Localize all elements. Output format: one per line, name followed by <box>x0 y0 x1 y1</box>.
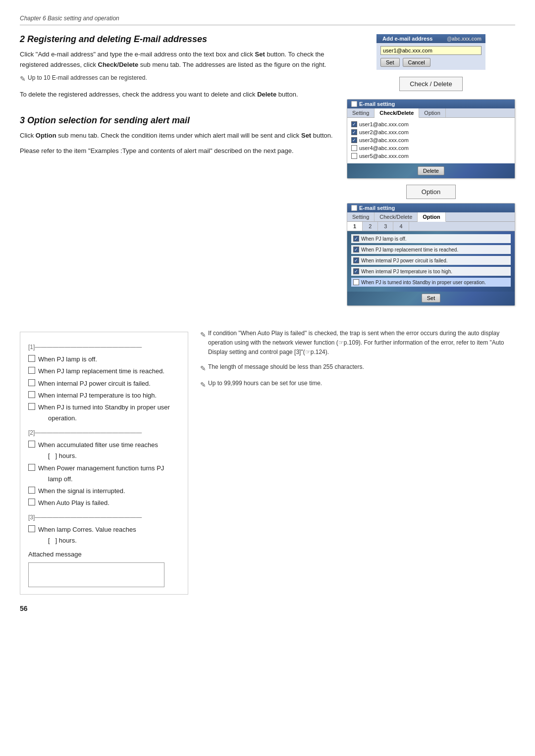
note2: ✎ The length of message should be less t… <box>200 362 515 374</box>
opt-checkbox5[interactable] <box>353 279 359 285</box>
tab-setting[interactable]: Setting <box>347 108 374 117</box>
note1: ✎ If condition "When Auto Play is failed… <box>200 329 515 357</box>
option-label: Option <box>406 185 456 199</box>
section2-para1: Click "Add e-mail address" and type the … <box>20 50 335 70</box>
list-checkbox-7 <box>28 464 35 471</box>
tab-check-delete[interactable]: Check/Delete <box>374 108 419 118</box>
section2-para2: To delete the registered addresses, chec… <box>20 90 335 100</box>
list-checkbox-4 <box>28 391 35 398</box>
ui2-tabs: Setting Check/Delete Option <box>347 212 515 222</box>
list-item-filter: When accumulated filter use time reaches… <box>28 440 180 461</box>
ui1-btn-row: Delete <box>347 163 515 178</box>
user4-checkbox[interactable] <box>351 145 357 151</box>
chapter-header: Chapter 6 Basic setting and operation <box>20 15 515 25</box>
list-item-autoplay: When Auto Play is failed. <box>28 498 180 508</box>
user2-checkbox[interactable] <box>351 129 357 135</box>
section2-title: 2 Registering and deleting E-mail addres… <box>20 34 335 45</box>
list-item-lamp-off: When PJ lamp is off. <box>28 354 180 365</box>
list-checkbox-3 <box>28 379 35 386</box>
add-email-ui: Add e-mail address @abc.xxx.com Set Canc… <box>376 34 485 70</box>
tab2-option[interactable]: Option <box>418 212 445 222</box>
num-tab-4[interactable]: 4 <box>393 222 409 231</box>
user1-row: user1@abc.xxx.com <box>351 121 511 128</box>
list-item-lamp-corres: When lamp Corres. Value reaches [ ] hour… <box>28 524 180 546</box>
check-delete-wrapper: Check / Delete <box>347 74 515 94</box>
section3-title: 3 Option selection for sending alert mai… <box>20 115 335 126</box>
email-setting-ui2: E-mail setting Setting Check/Delete Opti… <box>347 203 515 306</box>
ui2-content: When PJ lamp is off. When PJ lamp replac… <box>347 231 515 292</box>
list-item-signal: When the signal is interrupted. <box>28 486 180 497</box>
opt-checkbox1[interactable] <box>353 236 359 242</box>
delete-button[interactable]: Delete <box>418 166 444 175</box>
note3: ✎ Up to 99,999 hours can be set for use … <box>200 379 515 390</box>
num-tab-1[interactable]: 1 <box>347 222 363 231</box>
opt-row5: When PJ is turned into Standby in proper… <box>351 278 511 287</box>
ui1-title-bar: E-mail setting <box>347 100 515 108</box>
user4-row: user4@abc.xxx.com <box>351 145 511 151</box>
email-input[interactable] <box>380 46 482 55</box>
ui2-set-btn-row: Set <box>347 292 515 305</box>
list-item-lamp-replace: When PJ lamp replacement time is reached… <box>28 366 180 377</box>
page-number: 56 <box>20 605 188 612</box>
ui2-num-tabs: 1 2 3 4 <box>347 222 515 231</box>
list-item-power-mgmt: When Power management function turns PJ … <box>28 463 180 485</box>
list-checkbox-1 <box>28 355 35 362</box>
list-item-power-circuit: When internal PJ power circuit is failed… <box>28 378 180 389</box>
list-item-standby: When PJ is turned into Standby in proper… <box>28 402 180 424</box>
list-checkbox-2 <box>28 367 35 374</box>
user3-checkbox[interactable] <box>351 137 357 143</box>
section3-para2: Please refer to the item "Examples :Type… <box>20 146 335 156</box>
email-setting-ui1: E-mail setting Setting Check/Delete Opti… <box>347 99 515 179</box>
num-tab-2[interactable]: 2 <box>363 222 378 231</box>
opt-row1: When PJ lamp is off. <box>351 234 511 243</box>
list-group3-divider: [3]—————————————————— <box>28 512 180 522</box>
num-tab-3[interactable]: 3 <box>378 222 393 231</box>
check-delete-label: Check / Delete <box>399 77 462 91</box>
opt-checkbox2[interactable] <box>353 247 359 252</box>
attached-message-box[interactable] <box>28 562 164 587</box>
ui1-tabs: Setting Check/Delete Option <box>347 108 515 118</box>
list-checkbox-5 <box>28 403 35 410</box>
list-group2-divider: [2]—————————————————— <box>28 428 180 438</box>
list-section: [1]—————————————————— When PJ lamp is of… <box>20 332 188 595</box>
user5-row: user5@abc.xxx.com <box>351 152 511 159</box>
section2-note1: ✎ Up to 10 E-mail addresses can be regis… <box>20 74 335 83</box>
option-set-button[interactable]: Set <box>422 294 441 302</box>
tab2-check-delete[interactable]: Check/Delete <box>374 212 418 221</box>
ui1-title-icon <box>351 101 357 107</box>
opt-row2: When PJ lamp replacement time is reached… <box>351 245 511 254</box>
list-checkbox-9 <box>28 499 35 505</box>
opt-checkbox3[interactable] <box>353 257 359 263</box>
notes-section: ✎ If condition "When Auto Play is failed… <box>200 329 515 390</box>
list-checkbox-6 <box>28 441 35 448</box>
user3-row: user3@abc.xxx.com <box>351 137 511 144</box>
list-item-temperature: When internal PJ temperature is too high… <box>28 390 180 401</box>
list-group1-divider: [1]—————————————————— <box>28 342 180 352</box>
ui2-title-bar: E-mail setting <box>347 203 515 212</box>
opt-checkbox4[interactable] <box>353 268 359 274</box>
ui1-content: user1@abc.xxx.com user2@abc.xxx.com user… <box>347 118 515 163</box>
option-label-wrapper: Option <box>347 185 515 199</box>
add-email-body: Set Cancel <box>376 43 485 70</box>
user5-checkbox[interactable] <box>351 153 357 159</box>
list-checkbox-8 <box>28 487 35 494</box>
user2-row: user2@abc.xxx.com <box>351 129 511 136</box>
add-email-buttons: Set Cancel <box>380 58 482 67</box>
cancel-button[interactable]: Cancel <box>403 58 430 67</box>
opt-row4: When internal PJ temperature is too high… <box>351 267 511 276</box>
attached-message-label: Attached message <box>28 549 180 587</box>
tab-option[interactable]: Option <box>419 108 445 117</box>
set-button[interactable]: Set <box>380 58 400 67</box>
tab2-setting[interactable]: Setting <box>347 212 374 221</box>
list-checkbox-10 <box>28 525 35 532</box>
add-email-title-bar: Add e-mail address @abc.xxx.com <box>376 34 485 43</box>
section3-para1: Click Option sub menu tab. Check the con… <box>20 131 335 141</box>
user1-checkbox[interactable] <box>351 121 357 127</box>
ui2-title-icon <box>351 205 357 211</box>
opt-row3: When internal PJ power circuit is failed… <box>351 256 511 265</box>
